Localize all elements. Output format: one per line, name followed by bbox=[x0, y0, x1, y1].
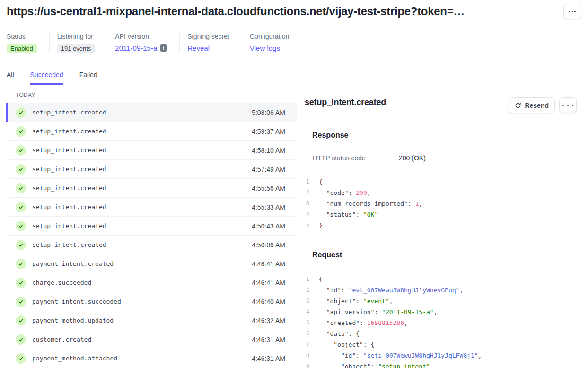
event-row[interactable]: setup_intent.created4:55:56 AM bbox=[6, 179, 297, 198]
code-text: "code": 200, bbox=[319, 187, 371, 198]
http-status-label: HTTP status code bbox=[313, 154, 399, 162]
code-text: "num_records_imported": 1, bbox=[319, 198, 422, 209]
code-line: 6 "data": { bbox=[305, 328, 577, 339]
event-row[interactable]: setup_intent.created4:50:06 AM bbox=[6, 236, 297, 254]
event-time: 4:59:37 AM bbox=[252, 128, 285, 135]
code-line: 3 "num_records_imported": 1, bbox=[305, 198, 577, 209]
event-name: setup_intent.created bbox=[32, 184, 106, 192]
event-time: 4:57:49 AM bbox=[252, 166, 285, 173]
event-list-panel: TODAY setup_intent.created5:08:06 AMsetu… bbox=[0, 85, 297, 368]
event-name: payment_method.updated bbox=[32, 317, 114, 324]
info-icon[interactable]: i bbox=[160, 44, 167, 52]
success-check-icon bbox=[16, 221, 26, 231]
event-rows: setup_intent.created5:08:06 AMsetup_inte… bbox=[6, 103, 297, 368]
line-number: 7 bbox=[305, 339, 309, 350]
code-text: "api_version": "2011-09-15-a", bbox=[319, 307, 437, 317]
event-row[interactable]: payment_intent.created4:46:41 AM bbox=[6, 254, 297, 273]
code-text: "status": "OK" bbox=[319, 209, 378, 220]
event-row[interactable]: payment_method.attached4:46:31 AM bbox=[6, 349, 297, 368]
view-logs-link[interactable]: View logs bbox=[250, 44, 280, 52]
api-version-link[interactable]: 2011-09-15-a bbox=[115, 44, 157, 52]
event-group-header: TODAY bbox=[6, 85, 297, 103]
event-name: payment_intent.created bbox=[32, 260, 114, 267]
line-number: 2 bbox=[305, 187, 309, 198]
event-row[interactable]: setup_intent.created4:57:49 AM bbox=[6, 160, 297, 179]
http-status-value: 200 (OK) bbox=[399, 154, 426, 162]
event-row[interactable]: setup_intent.created4:58:10 AM bbox=[6, 141, 297, 160]
line-number: 3 bbox=[305, 198, 309, 209]
line-number: 3 bbox=[305, 296, 309, 307]
event-time: 4:50:06 AM bbox=[252, 241, 285, 249]
endpoint-meta-row: Status Enabled Listening for 191 events … bbox=[0, 26, 588, 61]
event-row[interactable]: payment_intent.succeeded4:46:40 AM bbox=[6, 292, 297, 311]
http-status-row: HTTP status code 200 (OK) bbox=[313, 154, 577, 162]
configuration-label: Configuration bbox=[250, 33, 289, 40]
request-heading: Request bbox=[312, 251, 577, 259]
meta-status: Status Enabled bbox=[7, 33, 50, 53]
listening-label: Listening for bbox=[57, 33, 95, 40]
resend-button[interactable]: Resend bbox=[509, 97, 555, 113]
selected-indicator bbox=[6, 103, 8, 122]
code-text: "object": "event", bbox=[319, 296, 393, 307]
success-check-icon bbox=[16, 126, 26, 137]
line-number: 6 bbox=[305, 328, 309, 339]
code-text: "id": "evt_007WewuJW8hgHJ1yWnevGPuq", bbox=[319, 285, 463, 296]
reveal-secret-link[interactable]: Reveal bbox=[187, 44, 210, 52]
success-check-icon bbox=[16, 259, 26, 269]
code-text: { bbox=[319, 176, 323, 187]
success-check-icon bbox=[16, 183, 26, 193]
content-split: TODAY setup_intent.created5:08:06 AMsetu… bbox=[0, 85, 588, 368]
request-code-block: 1{2 "id": "evt_007WewuJW8hgHJ1yWnevGPuq"… bbox=[305, 274, 577, 368]
tab-succeeded[interactable]: Succeeded bbox=[30, 71, 63, 85]
response-code-block: 1{2 "code": 200,3 "num_records_imported"… bbox=[305, 176, 577, 231]
line-number: 2 bbox=[305, 285, 309, 296]
success-check-icon bbox=[16, 107, 26, 118]
meta-listening: Listening for 191 events bbox=[50, 33, 108, 53]
line-number: 5 bbox=[305, 220, 309, 231]
line-number: 4 bbox=[305, 307, 309, 317]
event-name: setup_intent.created bbox=[32, 109, 106, 116]
event-name: setup_intent.created bbox=[32, 203, 106, 210]
line-number: 1 bbox=[305, 274, 309, 285]
event-name: payment_intent.succeeded bbox=[32, 298, 121, 305]
event-row[interactable]: setup_intent.created5:08:06 AM bbox=[6, 103, 297, 122]
event-row[interactable]: setup_intent.created4:55:33 AM bbox=[6, 198, 297, 217]
event-name: customer.created bbox=[32, 336, 91, 343]
event-name: setup_intent.created bbox=[32, 128, 106, 135]
line-number: 4 bbox=[305, 209, 309, 220]
detail-more-button[interactable] bbox=[559, 97, 577, 113]
event-row[interactable]: charge.succeeded4:46:41 AM bbox=[6, 273, 297, 292]
event-detail-panel: setup_intent.created Resend Response HTT… bbox=[297, 85, 588, 368]
meta-signing-secret: Signing secret Reveal bbox=[180, 33, 242, 53]
line-number: 1 bbox=[305, 176, 309, 187]
code-line: 4 "api_version": "2011-09-15-a", bbox=[305, 307, 577, 317]
event-row[interactable]: payment_method.updated4:46:32 AM bbox=[6, 311, 297, 330]
tab-all[interactable]: All bbox=[7, 71, 14, 85]
event-time: 4:46:41 AM bbox=[252, 279, 285, 287]
event-row[interactable]: customer.created4:46:31 AM bbox=[6, 330, 297, 349]
success-check-icon bbox=[16, 334, 26, 345]
code-line: 1{ bbox=[305, 274, 577, 285]
event-time: 4:50:43 AM bbox=[252, 222, 285, 230]
code-line: 9 "object": "setup_intent", bbox=[305, 361, 577, 368]
code-line: 7 "object": { bbox=[305, 339, 577, 350]
event-time: 4:55:56 AM bbox=[252, 184, 285, 192]
response-heading: Response bbox=[312, 131, 577, 140]
code-text: "object": "setup_intent", bbox=[319, 361, 434, 368]
meta-configuration: Configuration View logs bbox=[242, 33, 301, 53]
webhook-url-title: https://us-central1-mixpanel-internal-da… bbox=[7, 5, 560, 18]
ellipsis-icon bbox=[569, 11, 570, 12]
event-time: 4:58:10 AM bbox=[252, 147, 285, 154]
header-more-button[interactable] bbox=[563, 4, 581, 19]
event-time: 4:46:41 AM bbox=[252, 260, 285, 268]
code-text: "data": { bbox=[319, 328, 360, 339]
tab-failed[interactable]: Failed bbox=[79, 71, 97, 85]
event-row[interactable]: setup_intent.created4:50:43 AM bbox=[6, 217, 297, 236]
code-line: 4 "status": "OK" bbox=[305, 209, 577, 220]
code-text: "created": 1698815286, bbox=[319, 317, 408, 328]
success-check-icon bbox=[16, 278, 26, 288]
line-number: 9 bbox=[305, 361, 309, 368]
code-text: { bbox=[319, 274, 323, 285]
event-name: setup_intent.created bbox=[32, 166, 106, 173]
event-row[interactable]: setup_intent.created4:59:37 AM bbox=[6, 122, 297, 141]
